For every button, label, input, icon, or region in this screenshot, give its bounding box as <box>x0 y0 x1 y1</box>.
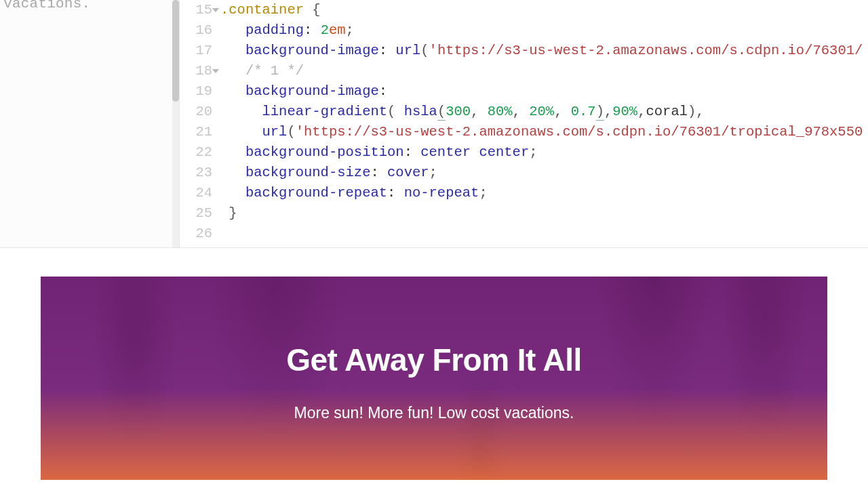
preview-pane: Get Away From It All More sun! More fun!… <box>0 258 868 488</box>
line-number: 17 <box>180 41 212 61</box>
css-editor-gutter: 151617181920212223242526 <box>180 0 220 247</box>
line-number: 15 <box>180 0 212 20</box>
code-line[interactable] <box>220 224 868 244</box>
code-line[interactable]: background-image: <box>220 81 868 102</box>
code-line[interactable]: padding: 2em; <box>220 20 868 41</box>
line-number: 20 <box>180 102 212 122</box>
hero-subheading: More sun! More fun! Low cost vacations. <box>41 404 827 422</box>
codepen-workspace: Low cost vacations. 15161718192021222324… <box>0 0 868 488</box>
html-editor-scrollbar-track[interactable] <box>172 0 179 247</box>
line-number: 23 <box>180 163 212 183</box>
code-line[interactable]: url('https://s3-us-west-2.amazonaws.com/… <box>220 122 868 142</box>
line-number: 16 <box>180 20 212 41</box>
code-line[interactable]: /* 1 */ <box>220 61 868 81</box>
line-number: 21 <box>180 122 212 142</box>
line-number: 22 <box>180 142 212 163</box>
code-line[interactable]: background-image: url('https://s3-us-wes… <box>220 41 868 61</box>
html-editor-pane[interactable]: Low cost vacations. <box>0 0 180 247</box>
hero-container: Get Away From It All More sun! More fun!… <box>41 277 827 480</box>
line-number: 24 <box>180 183 212 203</box>
css-editor-pane[interactable]: 151617181920212223242526 .container { pa… <box>180 0 868 247</box>
code-line[interactable]: background-position: center center; <box>220 142 868 163</box>
pane-divider[interactable] <box>0 247 868 258</box>
line-number: 25 <box>180 203 212 224</box>
html-editor-text-fragment[interactable]: Low cost vacations. <box>0 0 90 12</box>
code-line[interactable]: } <box>220 203 868 224</box>
line-number: 19 <box>180 81 212 102</box>
css-editor-code[interactable]: .container { padding: 2em; background-im… <box>220 0 868 247</box>
line-number: 18 <box>180 61 212 81</box>
line-number: 26 <box>180 224 212 244</box>
code-line[interactable]: background-repeat: no-repeat; <box>220 183 868 203</box>
hero-heading: Get Away From It All <box>41 342 827 378</box>
code-line[interactable]: background-size: cover; <box>220 163 868 183</box>
code-line[interactable]: .container { <box>220 0 868 20</box>
html-editor-scrollbar-thumb[interactable] <box>172 0 179 102</box>
editors-row: Low cost vacations. 15161718192021222324… <box>0 0 868 247</box>
code-line[interactable]: linear-gradient( hsla(300, 80%, 20%, 0.7… <box>220 102 868 122</box>
